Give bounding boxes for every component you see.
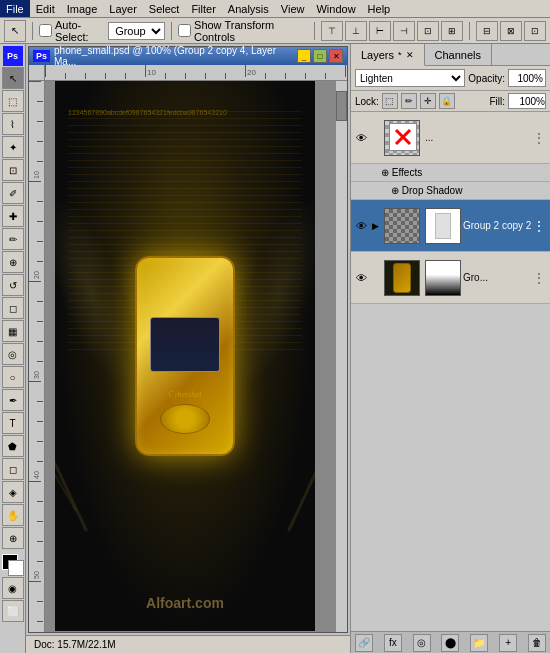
ps-logo: Ps — [3, 46, 23, 66]
doc-maximize-btn[interactable]: □ — [313, 49, 327, 63]
tool-zoom[interactable]: ⊕ — [2, 527, 24, 549]
move-tool-button[interactable]: ↖ — [4, 20, 26, 42]
canvas-image: 1234567890abcdef0987654321fedcba98765432… — [55, 81, 315, 631]
delete-layer-btn[interactable]: 🗑 — [528, 634, 546, 652]
tab-layers-close[interactable]: ✕ — [406, 50, 414, 60]
tool-path[interactable]: ⬟ — [2, 435, 24, 457]
layer-thumb-inner — [389, 123, 417, 151]
align-right-btn[interactable]: ⊞ — [441, 21, 463, 41]
layer-item-group2copy2[interactable]: 👁 ▶ Group 2 copy 2 ⋮ — [351, 200, 550, 252]
layer-expand-group2[interactable]: ▶ — [369, 220, 381, 232]
menu-edit[interactable]: Edit — [30, 0, 61, 17]
add-mask-btn[interactable]: ◎ — [413, 634, 431, 652]
menu-help[interactable]: Help — [362, 0, 397, 17]
tool-hand[interactable]: ✋ — [2, 504, 24, 526]
tool-shape[interactable]: ◻ — [2, 458, 24, 480]
layer-more-gro[interactable]: ⋮ — [532, 270, 548, 286]
doc-close-btn[interactable]: ✕ — [329, 49, 343, 63]
main-layout: Ps ↖ ⬚ ⌇ ✦ ⊡ ✐ ✚ ✏ ⊕ ↺ ◻ ▦ ◎ ○ ✒ T ⬟ ◻ ◈… — [0, 44, 550, 653]
auto-select-dropdown[interactable]: Group — [108, 22, 165, 40]
tool-text[interactable]: T — [2, 412, 24, 434]
blend-mode-select[interactable]: Lighten — [355, 69, 465, 87]
tool-eyedropper[interactable]: ✐ — [2, 182, 24, 204]
tool-dodge[interactable]: ○ — [2, 366, 24, 388]
vertical-ruler — [29, 81, 45, 632]
menu-file[interactable]: File — [0, 0, 30, 17]
lock-pixels-btn[interactable]: ⬚ — [382, 93, 398, 109]
tool-3d[interactable]: ◈ — [2, 481, 24, 503]
ruler-row — [29, 65, 347, 81]
tool-pen[interactable]: ✒ — [2, 389, 24, 411]
layer-more-top[interactable]: ⋮ — [532, 130, 548, 146]
auto-select-checkbox[interactable] — [39, 24, 52, 37]
layer-expand-top — [369, 132, 381, 144]
layer-eye-top[interactable]: 👁 — [353, 130, 369, 146]
add-style-btn[interactable]: fx — [384, 634, 402, 652]
menu-layer[interactable]: Layer — [103, 0, 143, 17]
new-group-btn[interactable]: 📁 — [470, 634, 488, 652]
tool-brush[interactable]: ✏ — [2, 228, 24, 250]
panel-tabs: Layers * ✕ Channels — [351, 44, 550, 66]
scroll-thumb[interactable] — [336, 91, 347, 121]
document-filename: phone_small.psd @ 100% (Group 2 copy 4, … — [54, 45, 297, 67]
menu-filter[interactable]: Filter — [185, 0, 221, 17]
layer-name-top: ... — [425, 132, 532, 143]
canvas-area[interactable]: 1234567890abcdef0987654321fedcba98765432… — [45, 81, 347, 632]
adjustment-layer-btn[interactable]: ⬤ — [441, 634, 459, 652]
tool-blur[interactable]: ◎ — [2, 343, 24, 365]
menu-select[interactable]: Select — [143, 0, 186, 17]
distribute-btn-3[interactable]: ⊡ — [524, 21, 546, 41]
tool-heal[interactable]: ✚ — [2, 205, 24, 227]
layer-info-group2: Group 2 copy 2 — [461, 220, 532, 231]
tool-lasso[interactable]: ⌇ — [2, 113, 24, 135]
lock-paint-btn[interactable]: ✏ — [401, 93, 417, 109]
canvas-wrapper: 1234567890abcdef0987654321fedcba98765432… — [29, 65, 347, 632]
auto-select-label: Auto-Select: — [55, 19, 105, 43]
menu-image[interactable]: Image — [61, 0, 104, 17]
align-bottom-btn[interactable]: ⊢ — [369, 21, 391, 41]
tool-gradient[interactable]: ▦ — [2, 320, 24, 342]
layer-item-top[interactable]: 👁 ... ⋮ — [351, 112, 550, 164]
tool-move[interactable]: ↖ — [2, 67, 24, 89]
lock-move-btn[interactable]: ✛ — [420, 93, 436, 109]
tab-channels[interactable]: Channels — [425, 44, 492, 65]
tab-layers[interactable]: Layers * ✕ — [351, 44, 425, 66]
layer-eye-gro[interactable]: 👁 — [353, 270, 369, 286]
foreground-bg-colors[interactable] — [2, 554, 24, 576]
new-layer-btn[interactable]: + — [499, 634, 517, 652]
show-transform-checkbox[interactable] — [178, 24, 191, 37]
align-vcenter-btn[interactable]: ⊥ — [345, 21, 367, 41]
tab-channels-label: Channels — [435, 49, 481, 61]
opacity-input[interactable] — [508, 69, 546, 87]
distribute-btn-1[interactable]: ⊟ — [476, 21, 498, 41]
phone-controls — [160, 404, 210, 434]
tool-wand[interactable]: ✦ — [2, 136, 24, 158]
center-area: Ps phone_small.psd @ 100% (Group 2 copy … — [26, 44, 350, 653]
watermark-text: Alfoart.com — [146, 595, 224, 611]
align-top-btn[interactable]: ⊤ — [321, 21, 343, 41]
tool-eraser[interactable]: ◻ — [2, 297, 24, 319]
tab-layers-label: Layers — [361, 49, 394, 61]
layer-eye-group2[interactable]: 👁 — [353, 218, 369, 234]
tool-crop[interactable]: ⊡ — [2, 159, 24, 181]
fill-input[interactable] — [508, 93, 546, 109]
tool-clone[interactable]: ⊕ — [2, 251, 24, 273]
menu-window[interactable]: Window — [310, 0, 361, 17]
menu-view[interactable]: View — [275, 0, 311, 17]
align-left-btn[interactable]: ⊣ — [393, 21, 415, 41]
align-hcenter-btn[interactable]: ⊡ — [417, 21, 439, 41]
screen-mode-btn[interactable]: ⬜ — [2, 600, 24, 622]
layer-more-group2[interactable]: ⋮ — [532, 218, 548, 234]
quick-mask-btn[interactable]: ◉ — [2, 577, 24, 599]
lock-all-btn[interactable]: 🔒 — [439, 93, 455, 109]
layer-item-gro[interactable]: 👁 Gro... ⋮ — [351, 252, 550, 304]
distribute-btn-2[interactable]: ⊠ — [500, 21, 522, 41]
show-transform-label: Show Transform Controls — [194, 19, 308, 43]
tool-marquee[interactable]: ⬚ — [2, 90, 24, 112]
tool-history[interactable]: ↺ — [2, 274, 24, 296]
lock-row: Lock: ⬚ ✏ ✛ 🔒 Fill: — [351, 91, 550, 112]
doc-minimize-btn[interactable]: _ — [297, 49, 311, 63]
vertical-scrollbar[interactable] — [335, 81, 347, 632]
menu-analysis[interactable]: Analysis — [222, 0, 275, 17]
link-layers-btn[interactable]: 🔗 — [355, 634, 373, 652]
